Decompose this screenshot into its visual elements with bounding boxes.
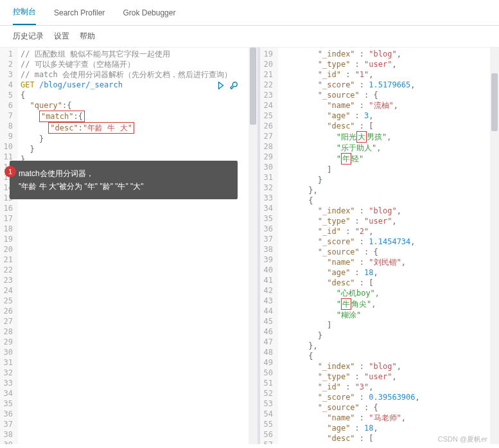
code-line	[21, 206, 255, 216]
response-viewer[interactable]: 1920212223242526272829303132333435363738…	[260, 48, 499, 444]
code-line: "_index" : "blog",	[281, 361, 496, 372]
code-line: "_score" : 0.39563906,	[281, 392, 496, 402]
code-line: "乐于助人",	[281, 143, 496, 153]
code-line: },	[281, 341, 496, 351]
request-editor-pane: 1234567891011121314151617181920212223242…	[0, 48, 260, 444]
code-line: }	[281, 330, 496, 341]
code-line	[21, 288, 255, 298]
code-line: "心机boy",	[281, 288, 496, 298]
code-line: "_type" : "user",	[281, 216, 496, 226]
subnav: 历史记录 设置 帮助	[0, 26, 499, 48]
code-line: }	[21, 144, 255, 154]
code-line: "年轻"	[281, 153, 496, 165]
code-line: "牛角尖",	[281, 298, 496, 310]
code-line: {	[281, 195, 496, 206]
code-line: "match":{	[21, 111, 255, 122]
code-line	[21, 339, 255, 350]
subnav-history[interactable]: 历史记录	[13, 31, 44, 42]
code-line: // 匹配数组 貌似不能与其它字段一起使用	[21, 49, 255, 59]
code-line: "阳光大男孩",	[281, 131, 496, 143]
code-line: }	[21, 134, 255, 144]
code-line: // match 会使用分词器解析（先分析文档，然后进行查询）	[21, 69, 255, 80]
tooltip-badge: 1	[4, 166, 16, 177]
code-line	[21, 278, 255, 288]
code-line	[21, 432, 255, 442]
request-editor[interactable]: 1234567891011121314151617181920212223242…	[0, 48, 258, 444]
code-line	[21, 267, 255, 278]
code-line: "_source" : {	[281, 90, 496, 100]
code-line: "name" : "流柚",	[281, 100, 496, 111]
tooltip: 1 match会使用分词器， "年龄 牛 大"被分为 "年" "龄" "牛" "…	[10, 161, 238, 199]
code-line: "_type" : "user",	[281, 59, 496, 69]
code-line	[21, 360, 255, 370]
code-line	[21, 247, 255, 257]
code-line: "desc":"年龄 牛 大"	[21, 122, 255, 134]
code-line: "糊涂"	[281, 310, 496, 320]
code-line: "_id" : "1",	[281, 69, 496, 80]
code-line	[21, 309, 255, 319]
code-line: "query":{	[21, 100, 255, 111]
code-line: "_index" : "blog",	[281, 49, 496, 59]
run-actions	[216, 81, 238, 93]
code-line: "age" : 18,	[281, 267, 496, 278]
tabs-bar: 控制台 Search Profiler Grok Debugger	[0, 0, 499, 26]
code-line	[21, 422, 255, 432]
left-scrollbar[interactable]	[249, 48, 258, 444]
wrench-icon[interactable]	[229, 81, 238, 93]
code-line: "age" : 3,	[281, 111, 496, 121]
code-line: "_id" : "2",	[281, 226, 496, 237]
code-line: "_score" : 1.1454734,	[281, 237, 496, 247]
watermark: CSDN @夏帆er	[438, 435, 487, 444]
code-line	[21, 411, 255, 422]
code-line	[21, 381, 255, 391]
code-line: "desc" : [	[281, 278, 496, 288]
code-line	[21, 226, 255, 237]
code-line	[21, 257, 255, 267]
tooltip-line2: "年龄 牛 大"被分为 "年" "龄" "牛" "大"	[19, 180, 229, 193]
code-line: "_type" : "user",	[281, 372, 496, 382]
code-line: "_index" : "blog",	[281, 206, 496, 216]
code-line	[21, 401, 255, 411]
code-line	[21, 391, 255, 401]
code-line: "desc" : [	[281, 121, 496, 131]
right-scrollbar[interactable]	[490, 48, 499, 444]
code-line	[21, 350, 255, 360]
code-line: {	[281, 351, 496, 361]
code-line	[21, 216, 255, 226]
code-line: "name" : "马老师",	[281, 413, 496, 423]
code-line: }	[281, 175, 496, 185]
code-line: "_score" : 1.5179665,	[281, 80, 496, 90]
tab-console[interactable]: 控制台	[13, 0, 36, 25]
code-line	[21, 237, 255, 247]
tab-search-profiler[interactable]: Search Profiler	[54, 2, 105, 24]
code-line: "_source" : {	[281, 402, 496, 413]
code-line: // 可以多关键字查（空格隔开）	[21, 59, 255, 69]
code-line	[21, 370, 255, 381]
code-line	[21, 319, 255, 329]
subnav-help[interactable]: 帮助	[80, 31, 95, 42]
code-line: ]	[281, 320, 496, 330]
code-line: "_source" : {	[281, 247, 496, 257]
tab-grok-debugger[interactable]: Grok Debugger	[123, 2, 175, 24]
code-line	[21, 298, 255, 309]
subnav-settings[interactable]: 设置	[54, 31, 69, 42]
response-pane: 1920212223242526272829303132333435363738…	[260, 48, 499, 444]
tooltip-line1: match会使用分词器，	[19, 167, 229, 180]
code-line: "name" : "刘民锴",	[281, 257, 496, 267]
code-line	[21, 329, 255, 339]
play-icon[interactable]	[216, 81, 225, 93]
code-line: ]	[281, 165, 496, 175]
code-line: },	[281, 185, 496, 195]
code-line: "_id" : "3",	[281, 382, 496, 392]
code-line: "age" : 18,	[281, 423, 496, 433]
code-line	[21, 442, 255, 444]
